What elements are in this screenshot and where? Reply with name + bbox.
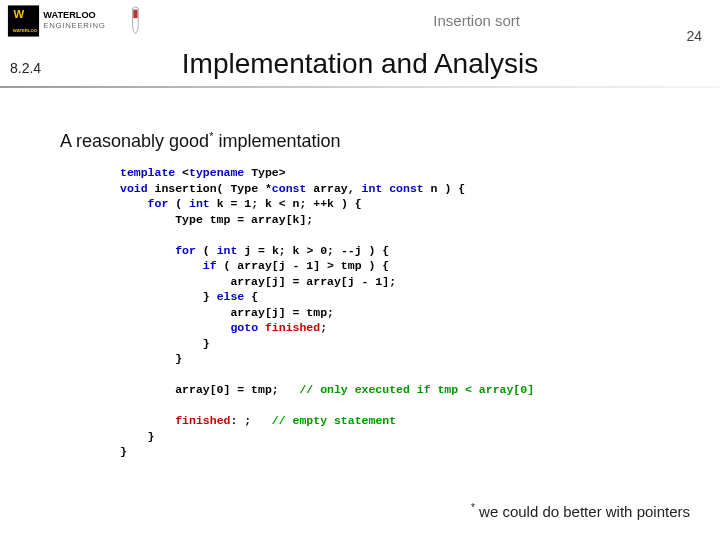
kw-goto: goto [230,321,258,334]
footnote: * we could do better with pointers [471,502,690,520]
kw-for: for [175,244,196,257]
kw-int-const: int const [362,182,424,195]
topic-label: Insertion sort [433,12,520,29]
svg-text:WATERLOO: WATERLOO [43,10,95,20]
label-finished-ref: finished [265,321,320,334]
kw-for: for [148,197,169,210]
footnote-text: we could do better with pointers [475,503,690,520]
svg-text:ENGINEERING: ENGINEERING [43,21,105,30]
kw-template: template [120,166,175,179]
kw-int: int [189,197,210,210]
slide: W WATERLOO WATERLOO ENGINEERING Insertio… [0,0,720,540]
kw-const: const [272,182,307,195]
kw-if: if [203,259,217,272]
svg-text:WATERLOO: WATERLOO [13,28,38,33]
lead-prefix: A reasonably good [60,131,209,151]
lead-suffix: implementation [213,131,340,151]
svg-text:W: W [14,8,25,20]
kw-int: int [217,244,238,257]
kw-else: else [217,290,245,303]
comment: // empty statement [272,414,396,427]
slide-title: Implementation and Analysis [0,48,720,80]
label-finished: finished [175,414,230,427]
kw-typename: typename [189,166,244,179]
comment: // only executed if tmp < array[0] [299,383,534,396]
header-rule [0,86,720,88]
kw-void: void [120,182,148,195]
page-number: 24 [686,28,702,44]
header: W WATERLOO WATERLOO ENGINEERING Insertio… [0,0,720,44]
lead-text: A reasonably good* implementation [60,130,340,152]
waterloo-engineering-logo: W WATERLOO WATERLOO ENGINEERING [0,2,200,40]
code-block: template <typename Type> void insertion(… [120,165,534,460]
